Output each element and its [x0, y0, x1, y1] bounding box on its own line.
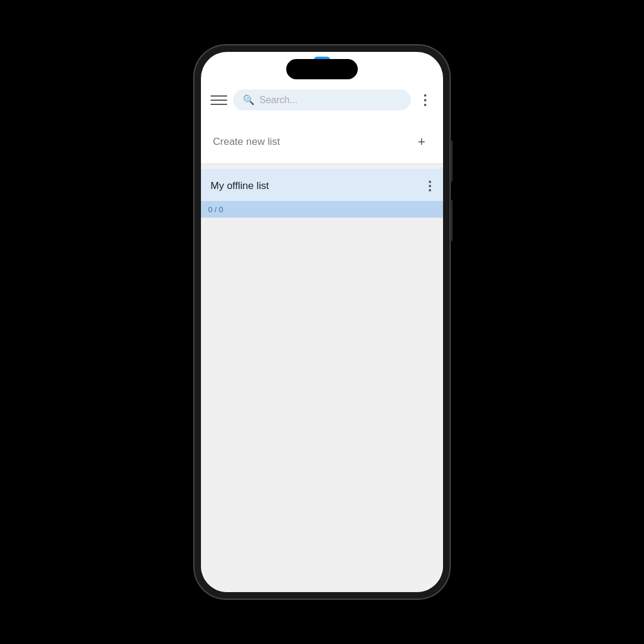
list-title: My offline list — [210, 180, 269, 192]
search-icon: 🔍 — [243, 94, 255, 106]
create-list-label: Create new list — [213, 136, 280, 148]
header: 🔍 Search... — [201, 85, 443, 115]
phone-screen: 🔍 Search... Create new list + My offline… — [201, 52, 443, 592]
plus-icon[interactable]: + — [412, 132, 431, 151]
more-options-button[interactable] — [417, 92, 434, 109]
list-item[interactable]: My offline list 0 / 0 — [201, 169, 443, 218]
search-bar[interactable]: 🔍 Search... — [233, 89, 411, 110]
phone-frame: 🔍 Search... Create new list + My offline… — [194, 45, 450, 599]
hamburger-menu-button[interactable] — [210, 92, 227, 109]
create-new-list-button[interactable]: Create new list + — [201, 120, 443, 164]
progress-text: 0 / 0 — [208, 205, 223, 214]
search-input[interactable]: Search... — [259, 95, 298, 106]
main-content: Create new list + My offline list 0 / 0 — [201, 120, 443, 592]
progress-bar: 0 / 0 — [201, 201, 443, 218]
list-more-options-button[interactable] — [426, 178, 434, 194]
dynamic-island — [286, 59, 358, 79]
list-card-header: My offline list — [210, 178, 434, 194]
